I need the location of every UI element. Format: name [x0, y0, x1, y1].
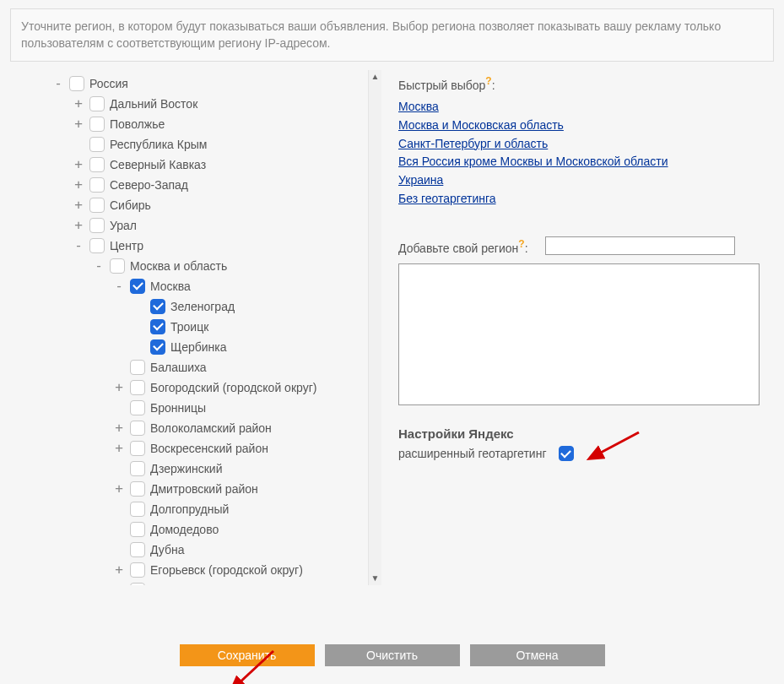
main-row: -Россия+Дальний Восток+Поволжье+Республи… [10, 70, 774, 585]
region-label: Северо-Запад [110, 178, 188, 192]
region-checkbox[interactable] [89, 238, 105, 253]
region-checkbox[interactable] [150, 339, 165, 355]
region-checkbox[interactable] [130, 502, 145, 517]
region-label: Россия [89, 77, 128, 90]
tree-row: -Москва и область [10, 256, 376, 276]
quick-select-link[interactable]: Москва и Московская область [398, 117, 564, 135]
add-region-input[interactable] [545, 236, 735, 255]
tree-row: +Бронницы [10, 398, 376, 418]
quick-select-link[interactable]: Вся Россия кроме Москвы и Московской обл… [398, 153, 668, 171]
region-label: Домодедово [150, 523, 219, 536]
tree-panel: -Россия+Дальний Восток+Поволжье+Республи… [10, 70, 381, 585]
tree-row: +Домодедово [10, 519, 376, 540]
save-button[interactable]: Сохранить [180, 644, 315, 666]
region-checkbox[interactable] [130, 481, 145, 497]
tree-row: +Балашиха [10, 357, 376, 377]
tree-row: -Центр [10, 236, 376, 256]
region-label: Дальний Восток [110, 97, 197, 111]
collapse-toggle[interactable]: - [113, 280, 125, 293]
region-tree: -Россия+Дальний Восток+Поволжье+Республи… [10, 70, 376, 585]
quick-select-link[interactable]: Санкт-Петербург и область [398, 135, 548, 154]
region-checkbox[interactable] [89, 218, 105, 233]
region-label: Троицк [170, 320, 208, 334]
tree-row: +Зеленоград [10, 296, 376, 317]
expand-toggle[interactable]: + [113, 442, 125, 455]
expand-toggle[interactable]: + [113, 381, 125, 394]
region-label: Дубна [150, 543, 184, 556]
region-label: Дзержинский [150, 462, 222, 475]
region-label: Дмитровский район [150, 482, 258, 496]
tree-row: +Дзержинский [10, 459, 376, 479]
region-checkbox[interactable] [89, 198, 105, 213]
region-label: Бронницы [150, 401, 206, 415]
tree-row: +Сибирь [10, 195, 376, 215]
help-icon[interactable]: ? [518, 238, 524, 250]
region-checkbox[interactable] [89, 117, 105, 132]
tree-row: +Республика Крым [10, 134, 376, 155]
tree-row: +Поволжье [10, 114, 376, 134]
region-label: Москва и область [130, 259, 227, 273]
expand-toggle[interactable]: + [113, 563, 125, 577]
region-checkbox[interactable] [130, 562, 145, 578]
region-checkbox[interactable] [130, 461, 145, 476]
region-checkbox[interactable] [150, 319, 165, 334]
region-checkbox[interactable] [89, 137, 105, 152]
region-label: Балашиха [150, 361, 207, 374]
expand-toggle[interactable]: + [73, 97, 84, 111]
tree-row: +Урал [10, 215, 376, 236]
collapse-toggle[interactable]: - [93, 259, 105, 273]
collapse-toggle[interactable]: - [73, 239, 84, 252]
region-checkbox[interactable] [130, 522, 145, 537]
tree-row: +Дмитровский район [10, 479, 376, 499]
expand-toggle[interactable]: + [73, 198, 84, 212]
add-region-label-text: Добавьте свой регион [398, 241, 518, 254]
expand-toggle[interactable]: + [113, 421, 125, 435]
tree-row: -Москва [10, 276, 376, 296]
scroll-up-arrow-icon[interactable]: ▲ [369, 70, 381, 84]
quick-select-link[interactable]: Украина [398, 171, 443, 190]
region-checkbox[interactable] [130, 279, 145, 294]
region-label: Центр [110, 239, 143, 252]
cancel-button[interactable]: Отмена [470, 644, 605, 666]
region-checkbox[interactable] [130, 380, 145, 395]
region-checkbox[interactable] [130, 441, 145, 456]
region-checkbox[interactable] [110, 258, 125, 274]
region-checkbox[interactable] [130, 360, 145, 375]
help-icon[interactable]: ? [485, 75, 491, 87]
ext-geo-checkbox[interactable] [559, 446, 574, 461]
right-panel: Быстрый выбор?: МоскваМосква и Московска… [398, 70, 774, 585]
expand-toggle[interactable]: + [113, 482, 125, 496]
region-checkbox[interactable] [69, 76, 84, 91]
tree-row: +Дубна [10, 540, 376, 560]
expand-toggle[interactable]: + [73, 117, 84, 131]
quick-select-link[interactable]: Без геотаргетинга [398, 190, 496, 209]
quick-select-links: МоскваМосква и Московская областьСанкт-П… [398, 98, 774, 208]
region-checkbox[interactable] [150, 299, 165, 314]
region-checkbox[interactable] [130, 421, 145, 436]
ext-geo-row: расширенный геотаргетинг [398, 446, 774, 461]
scroll-down-arrow-icon[interactable]: ▼ [369, 572, 381, 585]
region-checkbox[interactable] [130, 542, 145, 557]
ext-geo-label: расширенный геотаргетинг [398, 447, 547, 460]
tree-row: +Жуковский [10, 580, 376, 585]
clear-button[interactable]: Очистить [325, 644, 460, 666]
buttons-row: Сохранить Очистить Отмена [10, 644, 774, 666]
expand-toggle[interactable]: + [73, 219, 84, 232]
region-checkbox[interactable] [130, 583, 145, 585]
expand-toggle[interactable]: + [73, 158, 84, 171]
region-label: Долгопрудный [150, 502, 229, 516]
collapse-toggle[interactable]: - [52, 77, 64, 90]
quick-select-title-text: Быстрый выбор [398, 78, 485, 91]
region-checkbox[interactable] [89, 157, 105, 172]
region-label: Республика Крым [110, 138, 207, 151]
quick-select-link[interactable]: Москва [398, 98, 439, 117]
region-label: Щербинка [170, 340, 227, 354]
region-checkbox[interactable] [89, 96, 105, 111]
region-textarea[interactable] [398, 263, 760, 405]
region-label: Поволжье [110, 117, 165, 131]
tree-scrollbar[interactable]: ▲ ▼ [368, 70, 381, 585]
region-checkbox[interactable] [130, 400, 145, 415]
region-checkbox[interactable] [89, 177, 105, 193]
expand-toggle[interactable]: + [73, 178, 84, 192]
yandex-settings-heading: Настройки Яндекс [398, 426, 774, 441]
